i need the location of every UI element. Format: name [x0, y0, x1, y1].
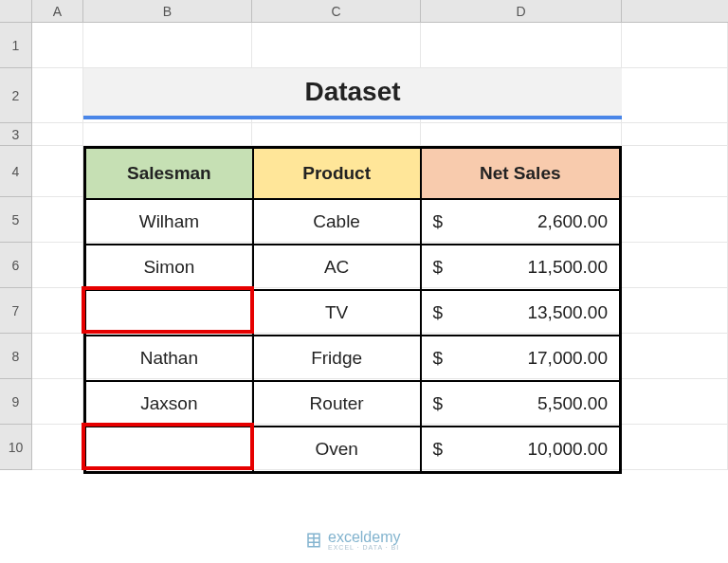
- cell-salesman[interactable]: Nathan: [85, 336, 253, 381]
- currency-symbol: $: [433, 439, 444, 460]
- cell-product[interactable]: Fridge: [253, 336, 421, 381]
- table-row: Oven $10,000.00: [85, 427, 620, 472]
- table-header-row: Salesman Product Net Sales: [85, 148, 620, 199]
- cell-salesman[interactable]: Simon: [85, 245, 253, 290]
- row-header-4[interactable]: 4: [0, 146, 32, 197]
- header-salesman[interactable]: Salesman: [85, 148, 253, 199]
- col-header-C[interactable]: C: [252, 0, 421, 23]
- cell-salesman[interactable]: Wilham: [85, 199, 253, 245]
- col-header-B[interactable]: B: [83, 0, 252, 23]
- col-header-extra: [622, 0, 728, 23]
- table-row: TV $13,500.00: [85, 290, 620, 336]
- currency-symbol: $: [433, 211, 444, 232]
- currency-symbol: $: [433, 302, 444, 323]
- row-header-1[interactable]: 1: [0, 23, 32, 68]
- currency-symbol: $: [433, 348, 444, 369]
- spreadsheet-icon: [305, 532, 322, 549]
- table-row: Simon AC $11,500.00: [85, 245, 620, 290]
- cell-product[interactable]: AC: [253, 245, 421, 290]
- cell-salesman[interactable]: Jaxson: [85, 381, 253, 427]
- row-header-column: 1 2 3 4 5 6 7 8 9 10: [0, 23, 32, 470]
- row-header-9[interactable]: 9: [0, 379, 32, 425]
- watermark-brand: exceldemy: [328, 529, 400, 545]
- cell-netsales[interactable]: $5,500.00: [421, 381, 621, 427]
- cell-netsales[interactable]: $2,600.00: [421, 199, 621, 245]
- row-header-5[interactable]: 5: [0, 197, 32, 243]
- row-header-3[interactable]: 3: [0, 123, 32, 146]
- cell-product[interactable]: TV: [253, 290, 421, 336]
- cell-netsales[interactable]: $11,500.00: [421, 245, 621, 290]
- sales-value: 5,500.00: [537, 393, 608, 414]
- currency-symbol: $: [433, 257, 444, 278]
- spreadsheet: A B C D 1 2 3 4 5 6 7 8 9 10 Dataset Sal…: [0, 0, 728, 563]
- cell-salesman[interactable]: [85, 290, 253, 336]
- row-header-2[interactable]: 2: [0, 68, 32, 123]
- header-product[interactable]: Product: [253, 148, 421, 199]
- table-row: Jaxson Router $5,500.00: [85, 381, 620, 427]
- currency-symbol: $: [433, 393, 444, 414]
- table-row: Nathan Fridge $17,000.00: [85, 336, 620, 381]
- data-table: Salesman Product Net Sales Wilham Cable …: [83, 146, 622, 474]
- cell-salesman[interactable]: [85, 427, 253, 472]
- cell-netsales[interactable]: $13,500.00: [421, 290, 621, 336]
- cell-product[interactable]: Router: [253, 381, 421, 427]
- col-header-A[interactable]: A: [32, 0, 83, 23]
- cell-netsales[interactable]: $10,000.00: [421, 427, 621, 472]
- select-all-corner[interactable]: [0, 0, 32, 23]
- row-header-6[interactable]: 6: [0, 243, 32, 288]
- row-header-7[interactable]: 7: [0, 288, 32, 334]
- col-header-D[interactable]: D: [421, 0, 622, 23]
- table-row: Wilham Cable $2,600.00: [85, 199, 620, 245]
- sales-value: 13,500.00: [527, 302, 608, 323]
- watermark: exceldemy EXCEL · DATA · BI: [305, 529, 400, 551]
- row-header-10[interactable]: 10: [0, 425, 32, 470]
- cell-product[interactable]: Oven: [253, 427, 421, 472]
- page-title[interactable]: Dataset: [83, 68, 622, 119]
- header-netsales[interactable]: Net Sales: [421, 148, 621, 199]
- cell-netsales[interactable]: $17,000.00: [421, 336, 621, 381]
- column-header-row: A B C D: [0, 0, 728, 23]
- sales-value: 10,000.00: [527, 439, 608, 460]
- sales-value: 2,600.00: [537, 211, 608, 232]
- watermark-tagline: EXCEL · DATA · BI: [328, 544, 400, 551]
- sales-value: 17,000.00: [527, 348, 608, 369]
- sales-value: 11,500.00: [527, 257, 608, 278]
- row-header-8[interactable]: 8: [0, 334, 32, 379]
- cell-product[interactable]: Cable: [253, 199, 421, 245]
